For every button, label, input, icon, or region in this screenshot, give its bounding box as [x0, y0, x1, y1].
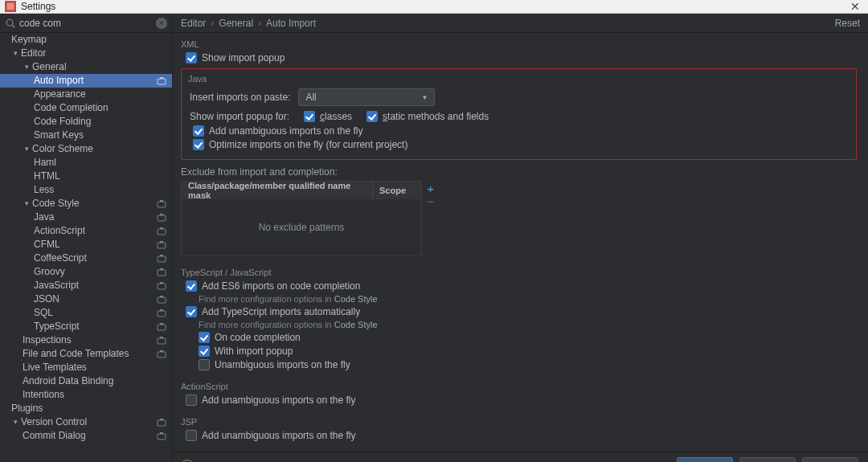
svg-rect-5 — [160, 77, 163, 79]
svg-rect-10 — [158, 229, 166, 235]
exclude-col-scope[interactable]: Scope — [373, 186, 421, 195]
tree-item-color-scheme[interactable]: ▾Color Scheme — [0, 142, 172, 156]
project-scope-icon — [156, 335, 167, 346]
ts-imports-auto-checkbox[interactable] — [186, 306, 197, 317]
static-methods-checkbox[interactable] — [366, 111, 378, 122]
close-icon[interactable]: ✕ — [847, 0, 863, 13]
svg-rect-6 — [158, 202, 166, 207]
project-scope-icon — [156, 280, 167, 292]
svg-rect-25 — [160, 323, 163, 325]
exclude-table: Class/package/member qualified name mask… — [181, 181, 422, 256]
project-scope-icon — [156, 76, 167, 87]
ok-button[interactable]: OK — [677, 457, 733, 463]
tree-item-groovy[interactable]: Groovy — [0, 265, 172, 279]
chevron-down-icon: ▾ — [23, 197, 31, 211]
tree-item-commit-dialog[interactable]: Commit Dialog — [0, 429, 172, 443]
optimize-imports-checkbox[interactable] — [193, 139, 204, 150]
combo-value: All — [305, 92, 316, 103]
xml-show-import-popup-label: Show import popup — [202, 52, 285, 63]
svg-rect-24 — [158, 325, 166, 330]
code-style-link[interactable]: Code Style — [334, 320, 378, 329]
tree-item-code-completion[interactable]: Code Completion — [0, 101, 172, 115]
chevron-down-icon: ▾ — [23, 142, 31, 156]
svg-rect-19 — [160, 282, 163, 284]
chevron-down-icon: ▼ — [421, 94, 428, 101]
chevron-down-icon: ▾ — [11, 47, 19, 60]
tree-item-java[interactable]: Java — [0, 211, 172, 224]
svg-rect-33 — [160, 432, 163, 434]
classes-checkbox[interactable] — [304, 111, 315, 122]
tree-item-android-data-binding[interactable]: Android Data Binding — [0, 374, 172, 388]
exclude-col-mask[interactable]: Class/package/member qualified name mask — [182, 181, 373, 200]
remove-exclude-button[interactable]: − — [427, 194, 434, 208]
code-style-hint-1: Find more configuration options in Code … — [199, 294, 857, 304]
svg-rect-28 — [158, 352, 166, 358]
tree-item-haml[interactable]: Haml — [0, 156, 172, 170]
tree-item-file-code-templates[interactable]: File and Code Templates — [0, 347, 172, 361]
tree-item-intentions[interactable]: Intentions — [0, 388, 172, 402]
search-input[interactable] — [19, 18, 156, 29]
tree-item-less[interactable]: Less — [0, 183, 172, 197]
project-scope-icon — [156, 226, 167, 237]
unambiguous-imports-on-the-fly-checkbox[interactable] — [199, 359, 210, 370]
svg-rect-11 — [160, 227, 163, 229]
tree-item-coffeescript[interactable]: CoffeeScript — [0, 251, 172, 265]
exclude-from-import-label: Exclude from import and completion: — [181, 166, 857, 178]
chevron-right-icon: › — [211, 18, 214, 29]
tree-item-appearance[interactable]: Appearance — [0, 88, 172, 101]
tree-item-actionscript[interactable]: ActionScript — [0, 224, 172, 238]
tree-item-code-folding[interactable]: Code Folding — [0, 115, 172, 129]
add-unambiguous-imports-checkbox[interactable] — [193, 125, 204, 137]
tree-item-html[interactable]: HTML — [0, 170, 172, 183]
tree-item-version-control[interactable]: ▾Version Control — [0, 415, 172, 429]
add-exclude-button[interactable]: + — [427, 182, 434, 195]
on-code-completion-checkbox[interactable] — [199, 332, 210, 343]
breadcrumb-general[interactable]: General — [219, 18, 253, 29]
breadcrumb-auto-import: Auto Import — [266, 18, 316, 29]
svg-rect-32 — [158, 434, 166, 440]
jsp-add-unambiguous-label: Add unambiguous imports on the fly — [202, 430, 355, 441]
tree-item-typescript[interactable]: TypeScript — [0, 320, 172, 333]
es6-imports-checkbox[interactable] — [186, 280, 197, 292]
svg-rect-15 — [160, 255, 163, 256]
breadcrumb-editor[interactable]: Editor — [181, 18, 206, 29]
reset-link[interactable]: Reset — [835, 18, 860, 29]
project-scope-icon — [156, 417, 167, 428]
tree-item-editor[interactable]: ▾Editor — [0, 47, 172, 60]
with-import-popup-checkbox[interactable] — [199, 345, 210, 357]
breadcrumb: Editor › General › Auto Import Reset — [173, 14, 868, 32]
tree-item-javascript[interactable]: JavaScript — [0, 279, 172, 292]
xml-show-import-popup-checkbox[interactable] — [186, 52, 197, 63]
actionscript-section-title: ActionScript — [181, 382, 857, 391]
settings-search[interactable]: ✕ — [0, 14, 173, 32]
tree-item-cfml[interactable]: CFML — [0, 238, 172, 251]
svg-rect-22 — [158, 311, 166, 317]
as-add-unambiguous-checkbox[interactable] — [186, 395, 197, 406]
tree-item-live-templates[interactable]: Live Templates — [0, 361, 172, 374]
chevron-right-icon: › — [258, 18, 261, 29]
tree-item-code-style[interactable]: ▾Code Style — [0, 197, 172, 211]
project-scope-icon — [156, 349, 167, 360]
app-icon — [5, 1, 16, 12]
tree-item-auto-import[interactable]: Auto Import — [0, 74, 172, 88]
tree-item-inspections[interactable]: Inspections — [0, 333, 172, 347]
tree-item-plugins[interactable]: Plugins — [0, 402, 172, 415]
tree-item-smart-keys[interactable]: Smart Keys — [0, 129, 172, 142]
apply-button[interactable]: APPLY — [802, 457, 858, 463]
code-style-link[interactable]: Code Style — [334, 294, 378, 304]
tree-item-keymap[interactable]: Keymap — [0, 33, 172, 47]
svg-line-3 — [12, 25, 14, 27]
insert-imports-on-paste-combo[interactable]: All ▼ — [298, 88, 435, 106]
svg-rect-16 — [158, 270, 166, 276]
jsp-add-unambiguous-checkbox[interactable] — [186, 430, 197, 441]
svg-rect-13 — [160, 241, 163, 243]
tree-item-general[interactable]: ▾General — [0, 60, 172, 74]
clear-search-icon[interactable]: ✕ — [156, 18, 167, 29]
tree-item-json[interactable]: JSON — [0, 292, 172, 306]
settings-tree: Keymap ▾Editor ▾General Auto Import Appe… — [0, 33, 173, 462]
show-import-popup-for-label: Show import popup for: — [190, 111, 289, 122]
add-unambiguous-imports-label: Add unambiguous imports on the fly — [209, 125, 362, 137]
tree-item-sql[interactable]: SQL — [0, 306, 172, 320]
svg-point-2 — [6, 19, 13, 26]
cancel-button[interactable]: CANCEL — [739, 457, 796, 463]
